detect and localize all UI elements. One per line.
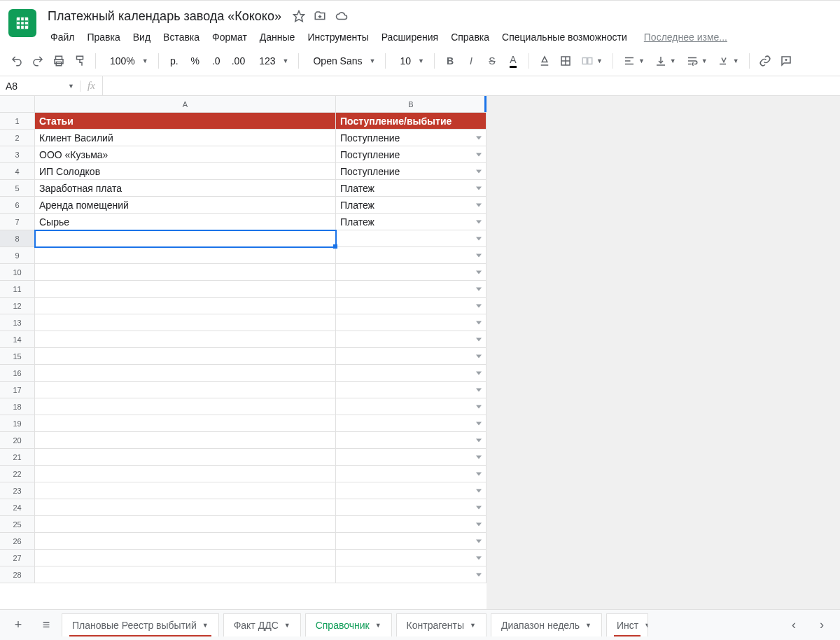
cell-A17[interactable] [35, 382, 336, 398]
cell-A12[interactable] [35, 298, 336, 314]
cell-A20[interactable] [35, 432, 336, 449]
row-header-26[interactable]: 26 [0, 533, 35, 550]
sheet-scroll-right-button[interactable]: › [809, 613, 834, 638]
cell-A28[interactable] [35, 566, 336, 583]
cell-A14[interactable] [35, 331, 336, 348]
horizontal-align-button[interactable]: ▼ [619, 55, 649, 67]
cell-A4[interactable]: ИП Солодков [35, 163, 336, 180]
menu-вид[interactable]: Вид [127, 29, 156, 46]
cell-A11[interactable] [35, 281, 336, 298]
decrease-decimal-button[interactable]: .0 [206, 51, 226, 71]
row-header-9[interactable]: 9 [0, 247, 35, 264]
cell-B12[interactable] [336, 298, 486, 314]
cell-B4[interactable]: Поступление [336, 163, 486, 180]
font-size-select[interactable]: 10▼ [391, 55, 428, 67]
row-header-12[interactable]: 12 [0, 298, 35, 314]
undo-button[interactable] [7, 51, 27, 71]
cell-A5[interactable]: Заработная плата [35, 180, 336, 197]
cell-A1[interactable]: Статьи [35, 113, 336, 130]
cell-A21[interactable] [35, 449, 336, 466]
row-header-11[interactable]: 11 [0, 281, 35, 298]
sheet-tab-Плановые Реестр выбытий[interactable]: Плановые Реестр выбытий▼ [62, 613, 219, 636]
cell-A7[interactable]: Сырье [35, 214, 336, 230]
row-header-16[interactable]: 16 [0, 365, 35, 382]
menu-правка[interactable]: Правка [81, 29, 125, 46]
text-color-button[interactable]: A [503, 51, 523, 71]
cell-A19[interactable] [35, 415, 336, 432]
menu-справка[interactable]: Справка [445, 29, 495, 46]
font-family-select[interactable]: Open Sans▼ [304, 55, 379, 67]
row-header-8[interactable]: 8 [0, 230, 35, 247]
menu-специальные возможности[interactable]: Специальные возможности [496, 29, 633, 46]
row-header-22[interactable]: 22 [0, 466, 35, 482]
text-rotation-button[interactable]: ▼ [713, 55, 743, 67]
cell-A27[interactable] [35, 550, 336, 566]
cell-B2[interactable]: Поступление [336, 130, 486, 146]
star-icon[interactable] [293, 10, 305, 22]
strikethrough-button[interactable]: S [482, 51, 502, 71]
cell-A9[interactable] [35, 247, 336, 264]
cell-B27[interactable] [336, 550, 486, 566]
column-header-A[interactable]: A [35, 96, 336, 113]
menu-вставка[interactable]: Вставка [158, 29, 205, 46]
cell-B18[interactable] [336, 398, 486, 415]
row-header-6[interactable]: 6 [0, 197, 35, 214]
formula-input[interactable] [102, 76, 840, 95]
sheet-tab-Справочник[interactable]: Справочник▼ [305, 613, 392, 636]
row-header-3[interactable]: 3 [0, 146, 35, 163]
print-button[interactable] [49, 51, 69, 71]
insert-link-button[interactable] [755, 51, 775, 71]
row-header-7[interactable]: 7 [0, 214, 35, 230]
menu-инструменты[interactable]: Инструменты [302, 29, 374, 46]
zoom-select[interactable]: 100%▼ [102, 55, 153, 67]
row-header-5[interactable]: 5 [0, 180, 35, 197]
row-header-25[interactable]: 25 [0, 516, 35, 533]
cell-B25[interactable] [336, 516, 486, 533]
cell-A25[interactable] [35, 516, 336, 533]
cell-B22[interactable] [336, 466, 486, 482]
cell-B20[interactable] [336, 432, 486, 449]
sheet-tab-Контрагенты[interactable]: Контрагенты▼ [396, 613, 486, 636]
cell-B23[interactable] [336, 482, 486, 499]
row-header-19[interactable]: 19 [0, 415, 35, 432]
menu-файл[interactable]: Файл [45, 29, 80, 46]
insert-comment-button[interactable] [776, 51, 796, 71]
menu-формат[interactable]: Формат [206, 29, 253, 46]
cell-A3[interactable]: ООО «Кузьма» [35, 146, 336, 163]
row-header-27[interactable]: 27 [0, 550, 35, 566]
cell-B3[interactable]: Поступление [336, 146, 486, 163]
increase-decimal-button[interactable]: .00 [227, 51, 249, 71]
currency-format-button[interactable]: р. [164, 51, 184, 71]
sheets-logo[interactable] [8, 9, 36, 37]
merge-cells-button[interactable]: ▼ [577, 55, 607, 67]
row-header-17[interactable]: 17 [0, 382, 35, 398]
cell-A10[interactable] [35, 264, 336, 281]
row-header-23[interactable]: 23 [0, 482, 35, 499]
menu-данные[interactable]: Данные [254, 29, 301, 46]
cell-B9[interactable] [336, 247, 486, 264]
row-header-21[interactable]: 21 [0, 449, 35, 466]
move-icon[interactable] [314, 10, 326, 22]
borders-button[interactable] [556, 51, 575, 71]
spreadsheet-grid[interactable]: AB1СтатьиПоступление/выбытие2Клиент Васи… [0, 96, 486, 610]
cell-A8[interactable] [35, 230, 336, 247]
cell-B14[interactable] [336, 331, 486, 348]
cell-B11[interactable] [336, 281, 486, 298]
document-title[interactable]: Платежный календарь завода «Кококо» [45, 8, 284, 25]
cell-A23[interactable] [35, 482, 336, 499]
vertical-align-button[interactable]: ▼ [650, 55, 680, 67]
row-header-10[interactable]: 10 [0, 264, 35, 281]
row-header-24[interactable]: 24 [0, 499, 35, 516]
paint-format-button[interactable] [70, 51, 90, 71]
column-header-B[interactable]: B [336, 96, 486, 113]
cell-B13[interactable] [336, 314, 486, 331]
sheet-tab-Инст[interactable]: Инст▼ [606, 613, 648, 636]
name-box[interactable]: A8 ▼ [0, 81, 80, 92]
cell-A13[interactable] [35, 314, 336, 331]
cell-B6[interactable]: Платеж [336, 197, 486, 214]
cell-B7[interactable]: Платеж [336, 214, 486, 230]
cell-A26[interactable] [35, 533, 336, 550]
redo-button[interactable] [28, 51, 48, 71]
cell-B26[interactable] [336, 533, 486, 550]
cell-A22[interactable] [35, 466, 336, 482]
